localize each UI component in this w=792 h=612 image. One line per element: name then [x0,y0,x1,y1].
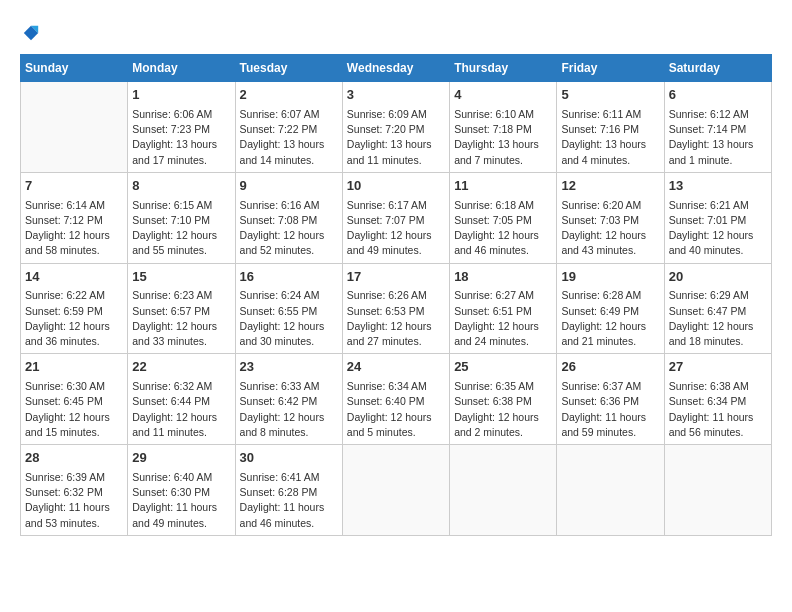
calendar-cell: 2Sunrise: 6:07 AM Sunset: 7:22 PM Daylig… [235,82,342,173]
day-number: 11 [454,177,552,196]
calendar-cell: 8Sunrise: 6:15 AM Sunset: 7:10 PM Daylig… [128,172,235,263]
weekday-header-wednesday: Wednesday [342,55,449,82]
day-info: Sunrise: 6:14 AM Sunset: 7:12 PM Dayligh… [25,198,123,259]
logo [20,20,40,44]
calendar-week-row: 7Sunrise: 6:14 AM Sunset: 7:12 PM Daylig… [21,172,772,263]
page-header [20,20,772,44]
calendar-cell: 17Sunrise: 6:26 AM Sunset: 6:53 PM Dayli… [342,263,449,354]
day-info: Sunrise: 6:38 AM Sunset: 6:34 PM Dayligh… [669,379,767,440]
calendar-cell: 23Sunrise: 6:33 AM Sunset: 6:42 PM Dayli… [235,354,342,445]
calendar-cell: 21Sunrise: 6:30 AM Sunset: 6:45 PM Dayli… [21,354,128,445]
calendar-cell: 19Sunrise: 6:28 AM Sunset: 6:49 PM Dayli… [557,263,664,354]
day-info: Sunrise: 6:17 AM Sunset: 7:07 PM Dayligh… [347,198,445,259]
calendar-cell: 18Sunrise: 6:27 AM Sunset: 6:51 PM Dayli… [450,263,557,354]
calendar-cell [450,445,557,536]
calendar-cell: 27Sunrise: 6:38 AM Sunset: 6:34 PM Dayli… [664,354,771,445]
day-number: 15 [132,268,230,287]
day-number: 23 [240,358,338,377]
day-number: 10 [347,177,445,196]
weekday-header-friday: Friday [557,55,664,82]
day-number: 8 [132,177,230,196]
calendar-week-row: 1Sunrise: 6:06 AM Sunset: 7:23 PM Daylig… [21,82,772,173]
calendar-cell: 6Sunrise: 6:12 AM Sunset: 7:14 PM Daylig… [664,82,771,173]
calendar-cell: 20Sunrise: 6:29 AM Sunset: 6:47 PM Dayli… [664,263,771,354]
day-info: Sunrise: 6:23 AM Sunset: 6:57 PM Dayligh… [132,288,230,349]
day-info: Sunrise: 6:12 AM Sunset: 7:14 PM Dayligh… [669,107,767,168]
day-number: 29 [132,449,230,468]
calendar-cell: 4Sunrise: 6:10 AM Sunset: 7:18 PM Daylig… [450,82,557,173]
calendar-cell: 28Sunrise: 6:39 AM Sunset: 6:32 PM Dayli… [21,445,128,536]
day-number: 6 [669,86,767,105]
calendar-week-row: 14Sunrise: 6:22 AM Sunset: 6:59 PM Dayli… [21,263,772,354]
day-number: 24 [347,358,445,377]
calendar-cell: 24Sunrise: 6:34 AM Sunset: 6:40 PM Dayli… [342,354,449,445]
day-number: 17 [347,268,445,287]
day-number: 22 [132,358,230,377]
day-number: 28 [25,449,123,468]
day-info: Sunrise: 6:24 AM Sunset: 6:55 PM Dayligh… [240,288,338,349]
day-info: Sunrise: 6:18 AM Sunset: 7:05 PM Dayligh… [454,198,552,259]
calendar-cell: 9Sunrise: 6:16 AM Sunset: 7:08 PM Daylig… [235,172,342,263]
calendar-cell [664,445,771,536]
logo-icon [22,24,40,42]
day-info: Sunrise: 6:41 AM Sunset: 6:28 PM Dayligh… [240,470,338,531]
day-info: Sunrise: 6:07 AM Sunset: 7:22 PM Dayligh… [240,107,338,168]
calendar-cell: 26Sunrise: 6:37 AM Sunset: 6:36 PM Dayli… [557,354,664,445]
calendar-cell: 22Sunrise: 6:32 AM Sunset: 6:44 PM Dayli… [128,354,235,445]
day-number: 20 [669,268,767,287]
day-number: 2 [240,86,338,105]
day-info: Sunrise: 6:26 AM Sunset: 6:53 PM Dayligh… [347,288,445,349]
calendar-cell: 13Sunrise: 6:21 AM Sunset: 7:01 PM Dayli… [664,172,771,263]
day-info: Sunrise: 6:10 AM Sunset: 7:18 PM Dayligh… [454,107,552,168]
weekday-header-tuesday: Tuesday [235,55,342,82]
calendar-cell: 16Sunrise: 6:24 AM Sunset: 6:55 PM Dayli… [235,263,342,354]
calendar-cell: 25Sunrise: 6:35 AM Sunset: 6:38 PM Dayli… [450,354,557,445]
calendar-cell: 7Sunrise: 6:14 AM Sunset: 7:12 PM Daylig… [21,172,128,263]
day-number: 1 [132,86,230,105]
day-number: 19 [561,268,659,287]
day-number: 13 [669,177,767,196]
weekday-header-sunday: Sunday [21,55,128,82]
day-number: 16 [240,268,338,287]
day-number: 26 [561,358,659,377]
day-info: Sunrise: 6:33 AM Sunset: 6:42 PM Dayligh… [240,379,338,440]
day-info: Sunrise: 6:32 AM Sunset: 6:44 PM Dayligh… [132,379,230,440]
day-info: Sunrise: 6:22 AM Sunset: 6:59 PM Dayligh… [25,288,123,349]
day-number: 25 [454,358,552,377]
calendar-cell: 5Sunrise: 6:11 AM Sunset: 7:16 PM Daylig… [557,82,664,173]
day-info: Sunrise: 6:37 AM Sunset: 6:36 PM Dayligh… [561,379,659,440]
calendar-cell: 30Sunrise: 6:41 AM Sunset: 6:28 PM Dayli… [235,445,342,536]
day-info: Sunrise: 6:16 AM Sunset: 7:08 PM Dayligh… [240,198,338,259]
day-number: 21 [25,358,123,377]
calendar-cell: 12Sunrise: 6:20 AM Sunset: 7:03 PM Dayli… [557,172,664,263]
day-info: Sunrise: 6:35 AM Sunset: 6:38 PM Dayligh… [454,379,552,440]
day-info: Sunrise: 6:40 AM Sunset: 6:30 PM Dayligh… [132,470,230,531]
calendar-cell: 15Sunrise: 6:23 AM Sunset: 6:57 PM Dayli… [128,263,235,354]
day-number: 4 [454,86,552,105]
day-number: 14 [25,268,123,287]
day-number: 3 [347,86,445,105]
calendar-cell: 14Sunrise: 6:22 AM Sunset: 6:59 PM Dayli… [21,263,128,354]
weekday-header-thursday: Thursday [450,55,557,82]
day-info: Sunrise: 6:06 AM Sunset: 7:23 PM Dayligh… [132,107,230,168]
calendar-cell: 10Sunrise: 6:17 AM Sunset: 7:07 PM Dayli… [342,172,449,263]
day-info: Sunrise: 6:15 AM Sunset: 7:10 PM Dayligh… [132,198,230,259]
day-info: Sunrise: 6:11 AM Sunset: 7:16 PM Dayligh… [561,107,659,168]
day-info: Sunrise: 6:30 AM Sunset: 6:45 PM Dayligh… [25,379,123,440]
day-info: Sunrise: 6:39 AM Sunset: 6:32 PM Dayligh… [25,470,123,531]
day-info: Sunrise: 6:34 AM Sunset: 6:40 PM Dayligh… [347,379,445,440]
calendar-table: SundayMondayTuesdayWednesdayThursdayFrid… [20,54,772,536]
calendar-cell: 11Sunrise: 6:18 AM Sunset: 7:05 PM Dayli… [450,172,557,263]
calendar-week-row: 28Sunrise: 6:39 AM Sunset: 6:32 PM Dayli… [21,445,772,536]
calendar-cell: 3Sunrise: 6:09 AM Sunset: 7:20 PM Daylig… [342,82,449,173]
calendar-week-row: 21Sunrise: 6:30 AM Sunset: 6:45 PM Dayli… [21,354,772,445]
day-number: 18 [454,268,552,287]
day-number: 5 [561,86,659,105]
day-number: 27 [669,358,767,377]
day-info: Sunrise: 6:09 AM Sunset: 7:20 PM Dayligh… [347,107,445,168]
weekday-header-saturday: Saturday [664,55,771,82]
day-info: Sunrise: 6:28 AM Sunset: 6:49 PM Dayligh… [561,288,659,349]
weekday-header-monday: Monday [128,55,235,82]
calendar-cell [557,445,664,536]
day-number: 9 [240,177,338,196]
